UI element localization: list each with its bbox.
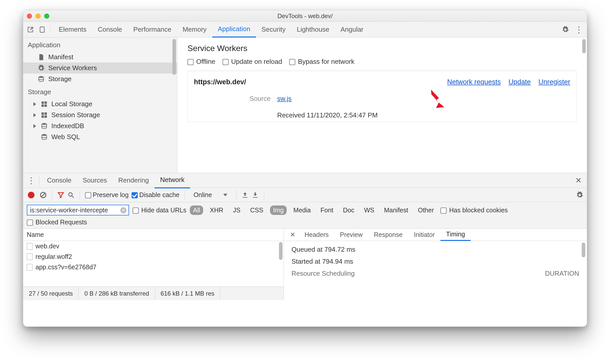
file-icon bbox=[27, 243, 32, 250]
download-icon[interactable] bbox=[252, 191, 259, 199]
table-row[interactable]: app.css?v=6e2768d7 bbox=[23, 262, 284, 272]
tab-security[interactable]: Security bbox=[256, 22, 291, 38]
scrollbar-thumb[interactable] bbox=[582, 39, 586, 53]
sidebar-item-storage[interactable]: Storage bbox=[23, 74, 177, 84]
section-heading-application: Application bbox=[23, 38, 177, 52]
filter-type-other[interactable]: Other bbox=[415, 205, 437, 215]
filter-type-js[interactable]: JS bbox=[230, 205, 243, 215]
sidebar-item-label: IndexedDB bbox=[51, 122, 84, 130]
tab-elements[interactable]: Elements bbox=[53, 22, 92, 38]
has-blocked-cookies-checkbox[interactable]: Has blocked cookies bbox=[440, 207, 508, 214]
filter-type-media[interactable]: Media bbox=[290, 205, 314, 215]
sidebar-item-manifest[interactable]: Manifest bbox=[23, 52, 177, 63]
sidebar-item-indexeddb[interactable]: IndexedDB bbox=[23, 120, 177, 131]
detail-tab-timing[interactable]: Timing bbox=[440, 229, 471, 241]
preserve-log-checkbox[interactable]: Preserve log bbox=[85, 191, 129, 199]
tab-angular[interactable]: Angular bbox=[335, 22, 369, 38]
kebab-menu-icon[interactable]: ⋮ bbox=[575, 25, 583, 35]
clear-icon[interactable] bbox=[40, 191, 47, 199]
filter-type-css[interactable]: CSS bbox=[247, 205, 266, 215]
filter-type-img[interactable]: Img bbox=[270, 205, 287, 215]
filter-type-xhr[interactable]: XHR bbox=[207, 205, 226, 215]
record-button[interactable] bbox=[28, 192, 34, 198]
drawer-close-icon[interactable]: ✕ bbox=[575, 176, 583, 185]
svg-point-10 bbox=[42, 123, 47, 125]
detail-tab-response[interactable]: Response bbox=[368, 231, 408, 238]
scrollbar-thumb[interactable] bbox=[279, 242, 283, 260]
update-on-reload-checkbox[interactable]: Update on reload bbox=[223, 58, 282, 66]
clear-filter-icon[interactable]: ✕ bbox=[120, 207, 126, 213]
sidebar-item-label: Service Workers bbox=[48, 64, 97, 72]
svg-rect-0 bbox=[40, 27, 44, 32]
table-row[interactable]: web.dev bbox=[23, 241, 284, 251]
timing-section-label: Resource Scheduling bbox=[291, 270, 355, 277]
throttle-select[interactable]: Online bbox=[190, 191, 231, 199]
network-settings-gear-icon[interactable] bbox=[576, 191, 583, 199]
request-list: Name web.dev regular.woff2 app.css?v=6e2… bbox=[23, 229, 284, 300]
filter-type-font[interactable]: Font bbox=[317, 205, 336, 215]
svg-point-14 bbox=[69, 192, 72, 196]
sidebar-item-websql[interactable]: Web SQL bbox=[23, 131, 177, 142]
tab-lighthouse[interactable]: Lighthouse bbox=[291, 22, 335, 38]
grid-icon bbox=[41, 101, 48, 108]
sidebar-item-session-storage[interactable]: Session Storage bbox=[23, 110, 177, 120]
drawer-tab-sources[interactable]: Sources bbox=[77, 173, 112, 188]
sw-network-requests-link[interactable]: Network requests bbox=[447, 78, 501, 86]
column-header-name[interactable]: Name bbox=[23, 229, 284, 241]
drawer-kebab-icon[interactable]: ⋮ bbox=[27, 175, 39, 186]
filter-input[interactable]: is:service-worker-intercepte ✕ bbox=[27, 205, 129, 215]
sidebar-item-label: Web SQL bbox=[51, 133, 80, 141]
sw-update-link[interactable]: Update bbox=[508, 78, 531, 86]
inspect-element-icon[interactable] bbox=[27, 26, 34, 33]
status-resources: 616 kB / 1.1 MB res bbox=[155, 287, 220, 300]
detail-tab-initiator[interactable]: Initiator bbox=[408, 231, 440, 238]
detail-tab-preview[interactable]: Preview bbox=[334, 231, 368, 238]
drawer-tab-rendering[interactable]: Rendering bbox=[113, 173, 155, 188]
file-icon bbox=[27, 264, 32, 271]
sw-source-link[interactable]: sw.js bbox=[277, 95, 291, 102]
tab-memory[interactable]: Memory bbox=[177, 22, 212, 38]
titlebar: DevTools - web.dev/ bbox=[23, 10, 587, 22]
search-icon[interactable] bbox=[67, 191, 75, 199]
scrollbar-thumb[interactable] bbox=[582, 242, 585, 257]
tab-console[interactable]: Console bbox=[92, 22, 127, 38]
svg-rect-9 bbox=[44, 115, 47, 118]
network-filter-bar: is:service-worker-intercepte ✕ Hide data… bbox=[23, 202, 587, 229]
table-row[interactable]: regular.woff2 bbox=[23, 251, 284, 262]
svg-rect-5 bbox=[44, 104, 47, 107]
request-detail: ✕ Headers Preview Response Initiator Tim… bbox=[284, 229, 587, 300]
tab-performance[interactable]: Performance bbox=[128, 22, 177, 38]
upload-icon[interactable] bbox=[241, 191, 249, 199]
scrollbar-thumb[interactable] bbox=[172, 39, 176, 75]
detail-close-icon[interactable]: ✕ bbox=[286, 231, 299, 238]
sidebar-item-service-workers[interactable]: Service Workers bbox=[23, 63, 177, 74]
timing-queued: Queued at 794.72 ms bbox=[291, 246, 579, 253]
filter-type-manifest[interactable]: Manifest bbox=[381, 205, 411, 215]
sidebar-item-label: Storage bbox=[48, 75, 72, 83]
filter-input-value: is:service-worker-intercepte bbox=[30, 207, 108, 214]
service-workers-pane: Service Workers Offline Update on reload… bbox=[177, 38, 587, 173]
detail-tab-headers[interactable]: Headers bbox=[299, 231, 334, 238]
filter-icon[interactable] bbox=[57, 191, 64, 199]
device-toggle-icon[interactable] bbox=[39, 26, 46, 33]
drawer-tab-network[interactable]: Network bbox=[155, 173, 190, 188]
svg-line-15 bbox=[72, 196, 74, 198]
sw-unregister-link[interactable]: Unregister bbox=[538, 78, 570, 86]
blocked-requests-checkbox[interactable]: Blocked Requests bbox=[27, 219, 87, 226]
tab-application[interactable]: Application bbox=[212, 22, 256, 38]
disable-cache-checkbox[interactable]: Disable cache bbox=[132, 191, 179, 199]
pane-title: Service Workers bbox=[188, 44, 577, 53]
filter-type-ws[interactable]: WS bbox=[361, 205, 377, 215]
settings-gear-icon[interactable] bbox=[562, 26, 569, 33]
drawer-tab-console[interactable]: Console bbox=[41, 173, 77, 188]
filter-type-doc[interactable]: Doc bbox=[340, 205, 357, 215]
sw-source-label: Source bbox=[194, 95, 271, 103]
annotation-arrow-icon bbox=[426, 89, 449, 112]
hide-data-urls-checkbox[interactable]: Hide data URLs bbox=[133, 207, 186, 214]
sidebar-item-local-storage[interactable]: Local Storage bbox=[23, 99, 177, 110]
sidebar-item-label: Manifest bbox=[48, 53, 73, 61]
bypass-for-network-checkbox[interactable]: Bypass for network bbox=[289, 58, 354, 66]
offline-checkbox[interactable]: Offline bbox=[188, 58, 215, 66]
filter-type-all[interactable]: All bbox=[190, 205, 203, 215]
sw-received-text: Received 11/11/2020, 2:54:47 PM bbox=[277, 111, 378, 119]
